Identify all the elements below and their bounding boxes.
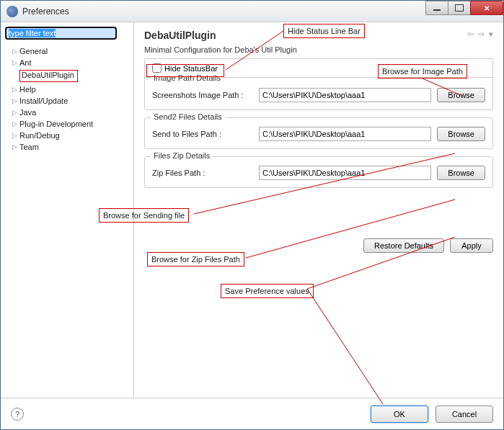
tree-item-label: Team <box>19 143 39 151</box>
tree-item-plug-in-development[interactable]: ▷Plug-in Development <box>5 118 129 130</box>
tree-item-ant[interactable]: ▷Ant <box>5 57 129 68</box>
app-icon <box>6 6 18 17</box>
forward-icon[interactable]: ⇨ <box>478 30 485 39</box>
zip-files-input[interactable] <box>259 166 431 180</box>
tree: ▷General▷AntDebaUtilPlugin▷Help▷Install/… <box>5 45 129 153</box>
window-title: Preferences <box>22 6 69 17</box>
tree-item-label: Ant <box>19 58 32 67</box>
send-files-label: Send to Files Path : <box>152 130 253 138</box>
group1-title: Image Path Details <box>151 73 224 82</box>
ok-button[interactable]: OK <box>371 406 428 423</box>
tree-item-label: Plug-in Development <box>19 120 93 128</box>
tree-item-label: Help <box>19 85 36 94</box>
cancel-button[interactable]: Cancel <box>436 406 493 423</box>
browse-image-button[interactable]: Browse <box>437 88 485 102</box>
send-files-input[interactable] <box>259 127 431 141</box>
nav-arrows: ⇦ ⇨ ▾ <box>467 30 493 39</box>
screenshots-path-label: Screenshots Image Path : <box>152 91 253 99</box>
tree-item-install-update[interactable]: ▷Install/Update <box>5 95 129 107</box>
minimize-button[interactable] <box>425 1 448 15</box>
back-icon[interactable]: ⇦ <box>467 30 474 39</box>
browse-zip-button[interactable]: Browse <box>437 166 485 180</box>
tree-item-java[interactable]: ▷Java <box>5 107 129 118</box>
hide-statusbar-label: Hide StatusBar <box>164 64 218 73</box>
tree-item-label: General <box>19 47 48 55</box>
titlebar: Preferences <box>1 1 503 22</box>
preferences-window: Preferences ▷General▷AntDebaUtilPlugin▷H… <box>0 0 504 430</box>
group3-title: Files Zip Details <box>151 151 213 160</box>
tree-item-label: DebaUtilPlugin <box>19 70 78 82</box>
tree-item-label: Install/Update <box>19 97 68 105</box>
group-zip-files: Files Zip Details Zip Files Path : Brows… <box>144 156 493 188</box>
restore-defaults-button[interactable]: Restore Defaults <box>363 238 444 253</box>
group-send-files: Send2 Files Details Send to Files Path :… <box>144 117 493 149</box>
close-button[interactable] <box>470 1 503 15</box>
browse-send-button[interactable]: Browse <box>437 127 485 141</box>
hide-statusbar-checkbox[interactable] <box>152 63 162 73</box>
screenshots-path-input[interactable] <box>259 88 431 102</box>
tree-item-debautilplugin[interactable]: DebaUtilPlugin <box>5 68 129 84</box>
subtitle: Minimal Configuration for Deba's Util Pl… <box>144 45 493 54</box>
apply-button[interactable]: Apply <box>450 238 493 253</box>
zip-files-label: Zip Files Path : <box>152 169 253 177</box>
menu-dropdown-icon[interactable]: ▾ <box>489 30 493 39</box>
help-icon[interactable]: ? <box>11 408 24 421</box>
group2-title: Send2 Files Details <box>151 112 225 121</box>
content-panel: DebaUtilPlugin ⇦ ⇨ ▾ Minimal Configurati… <box>134 22 503 397</box>
window-controls <box>426 1 503 15</box>
tree-item-general[interactable]: ▷General <box>5 45 129 57</box>
tree-item-help[interactable]: ▷Help <box>5 84 129 95</box>
tree-arrow-icon: ▷ <box>12 48 19 55</box>
tree-arrow-icon: ▷ <box>12 143 19 151</box>
sidebar: ▷General▷AntDebaUtilPlugin▷Help▷Install/… <box>1 22 134 397</box>
tree-item-label: Run/Debug <box>19 131 60 140</box>
tree-arrow-icon: ▷ <box>12 97 19 104</box>
tree-arrow-icon: ▷ <box>12 86 19 93</box>
tree-arrow-icon: ▷ <box>12 59 19 66</box>
group-image-path: Hide StatusBar Image Path Details Screen… <box>144 58 493 110</box>
footer: ? OK Cancel <box>1 398 503 429</box>
tree-arrow-icon: ▷ <box>12 132 19 139</box>
tree-item-label: Java <box>19 108 36 117</box>
filter-input[interactable] <box>5 27 117 40</box>
maximize-button[interactable] <box>448 1 471 15</box>
tree-arrow-icon: ▷ <box>12 109 19 116</box>
tree-item-team[interactable]: ▷Team <box>5 141 129 153</box>
tree-item-run-debug[interactable]: ▷Run/Debug <box>5 130 129 141</box>
tree-arrow-icon: ▷ <box>12 120 19 127</box>
page-title: DebaUtilPlugin <box>144 30 493 41</box>
